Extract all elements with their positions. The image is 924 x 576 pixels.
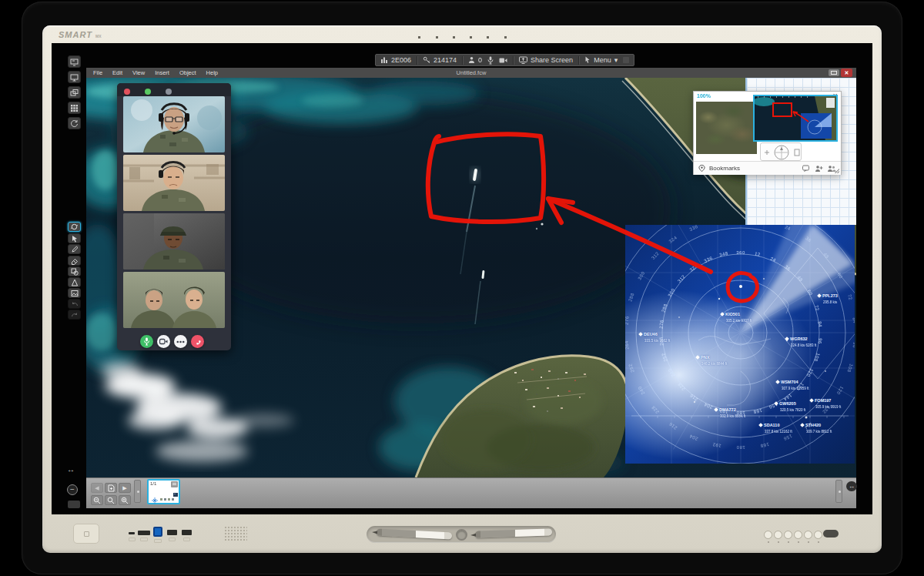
usb-port bbox=[167, 530, 177, 535]
display-icon[interactable] bbox=[68, 71, 81, 83]
camera-button[interactable] bbox=[157, 335, 170, 348]
pen-tool-icon[interactable] bbox=[68, 244, 81, 254]
camera-button[interactable] bbox=[499, 57, 507, 64]
next-page-button[interactable]: ▶ bbox=[119, 483, 131, 493]
undo-icon[interactable] bbox=[68, 299, 81, 309]
previous-page-button[interactable]: ◀ bbox=[91, 483, 103, 493]
eraser-tool-icon[interactable] bbox=[68, 256, 81, 266]
bookmarks-bar: Bookmarks bbox=[694, 161, 841, 175]
expand-handle-left[interactable]: ↔ bbox=[67, 465, 75, 474]
sensor-dot bbox=[504, 36, 507, 39]
power-sensor bbox=[823, 530, 839, 537]
radar-waypoint: FOM197305.9 kts 9919 ft bbox=[810, 391, 841, 409]
pan-tool-icon[interactable] bbox=[68, 222, 81, 232]
bezel-button bbox=[814, 531, 822, 539]
video-tile-participant-3 bbox=[123, 213, 225, 270]
camera-icon bbox=[499, 57, 507, 64]
bezel-button bbox=[794, 531, 802, 539]
sensor-dot bbox=[436, 36, 438, 39]
pointer-tool-icon[interactable] bbox=[68, 277, 81, 287]
room-button[interactable]: 2E006 bbox=[380, 56, 411, 64]
select-tool-icon[interactable] bbox=[68, 233, 81, 243]
bezel-button bbox=[804, 531, 812, 539]
zoom-in-button[interactable] bbox=[119, 495, 131, 505]
edge-tab[interactable] bbox=[68, 501, 80, 508]
minimize-button[interactable] bbox=[829, 69, 839, 76]
port-label bbox=[169, 537, 176, 541]
menu-button[interactable]: Menu ▾ bbox=[584, 56, 618, 64]
tray-button bbox=[456, 529, 467, 541]
maximize-dot-icon[interactable] bbox=[145, 89, 151, 95]
call-titlebar[interactable] bbox=[117, 83, 231, 96]
radar-waypoint: KIO501305.2 kts 9707 ft bbox=[721, 305, 752, 323]
panel-divider-left[interactable] bbox=[134, 480, 141, 503]
page-thumbnail[interactable]: 1/1 bbox=[147, 479, 180, 504]
home-button bbox=[73, 524, 99, 544]
cursor-icon bbox=[584, 56, 591, 64]
toolbar-separator bbox=[578, 56, 579, 65]
add-person-icon[interactable] bbox=[815, 165, 823, 172]
key-icon bbox=[423, 56, 430, 64]
participants-indicator[interactable]: 0 bbox=[468, 56, 482, 64]
small-boat bbox=[541, 223, 543, 225]
resize-handle[interactable] bbox=[835, 169, 839, 173]
screen-share-icon bbox=[519, 56, 527, 64]
port-label bbox=[183, 537, 190, 541]
video-call-window[interactable] bbox=[117, 83, 231, 350]
mic-button[interactable] bbox=[140, 335, 153, 348]
panel-divider-right[interactable] bbox=[835, 480, 842, 503]
more-button[interactable] bbox=[174, 335, 187, 348]
expand-handle-right[interactable]: ↔ bbox=[846, 481, 857, 491]
shapes-tool-icon[interactable] bbox=[68, 266, 81, 276]
terrain-thumbnail[interactable] bbox=[696, 102, 757, 154]
grid-icon[interactable] bbox=[68, 102, 81, 114]
person-icon bbox=[468, 56, 475, 64]
add-page-button[interactable] bbox=[105, 483, 117, 493]
bezel-button bbox=[774, 531, 782, 539]
brand-logo: SMART MX bbox=[59, 30, 101, 39]
radar-bearing-label: 360 bbox=[736, 250, 745, 255]
end-call-button[interactable] bbox=[191, 335, 204, 348]
compass-control[interactable] bbox=[760, 142, 802, 161]
close-dot-icon[interactable] bbox=[124, 89, 130, 95]
video-tile-participant-4 bbox=[123, 272, 225, 328]
page-options-button[interactable] bbox=[171, 481, 178, 487]
radar-waypoint: GW6205320.5 kts 7820 ft bbox=[775, 394, 805, 412]
bezel-button bbox=[764, 531, 772, 539]
video-tile-participant-2 bbox=[123, 155, 225, 211]
zoom-out-button[interactable] bbox=[91, 495, 103, 505]
session-toolbar: 2E006 214174 0 Share Screen Menu ▾ bbox=[375, 54, 634, 66]
video-tile-participant-1 bbox=[123, 96, 225, 152]
whiteboard-icon[interactable] bbox=[68, 55, 81, 68]
radar-waypoint: STH420309.7 kts 8812 ft bbox=[801, 416, 832, 434]
close-button[interactable]: ✕ bbox=[841, 69, 852, 77]
viewport-preview[interactable] bbox=[753, 95, 838, 142]
windows-icon[interactable] bbox=[68, 86, 81, 99]
sensor-dot bbox=[487, 36, 489, 39]
sensor-dot bbox=[453, 36, 455, 39]
radar-display[interactable]: 1224364860728496108120132144156168180192… bbox=[625, 225, 855, 464]
radar-waypoint: PPL273295.8 kts bbox=[818, 286, 838, 304]
building-icon bbox=[380, 56, 388, 64]
sensor-dot bbox=[418, 36, 420, 39]
mic-button[interactable] bbox=[487, 56, 494, 65]
document-title: Untitled.fcw bbox=[86, 69, 856, 76]
radar-waypoint: SDA110337.8 kts 12162 ft bbox=[759, 416, 792, 434]
zoom-level: 100% bbox=[697, 93, 711, 99]
chat-icon[interactable] bbox=[802, 165, 811, 172]
session-id-button[interactable]: 214174 bbox=[423, 56, 457, 64]
radar-bearing-label: 180 bbox=[736, 445, 745, 450]
bookmarks-button[interactable]: Bookmarks bbox=[709, 165, 740, 172]
overview-panel[interactable]: 100% ✕ bbox=[693, 91, 842, 175]
toolbar-separator bbox=[417, 56, 417, 65]
pin-icon bbox=[698, 164, 705, 172]
zoom-reset-button[interactable] bbox=[105, 495, 117, 505]
share-screen-button[interactable]: Share Screen bbox=[519, 56, 573, 64]
radar-bearing-label: 84 bbox=[818, 321, 823, 327]
minimize-dot-icon[interactable] bbox=[166, 89, 172, 95]
whiteboard-canvas[interactable]: 1224364860728496108120132144156168180192… bbox=[86, 78, 856, 477]
collapse-button-left[interactable]: − bbox=[67, 484, 78, 495]
refresh-icon[interactable] bbox=[68, 117, 81, 129]
image-tool-icon[interactable] bbox=[68, 288, 81, 298]
redo-icon[interactable] bbox=[68, 310, 81, 320]
